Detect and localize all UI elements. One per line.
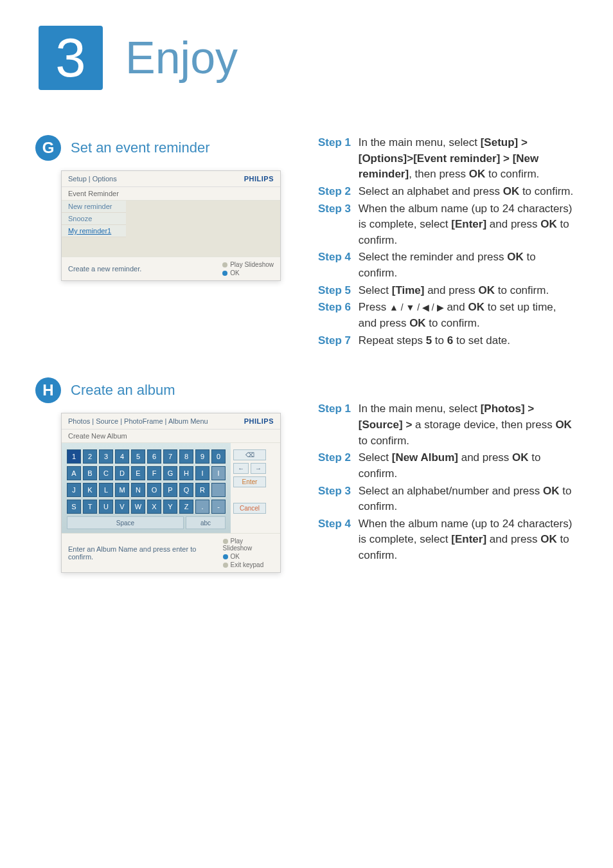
- device-g-bottom: Create a new reminder. Play Slideshow OK: [62, 257, 280, 280]
- chapter-number: 3: [55, 26, 85, 89]
- section-h-title: Create an album: [71, 382, 175, 399]
- section-g-header: G Set an event reminder: [35, 135, 292, 161]
- step-h-3: Step 3 Select an alphabet/number and pre…: [318, 484, 578, 515]
- key: 2: [83, 449, 97, 464]
- device-h-action-exit: Exit keypad: [223, 561, 274, 568]
- step-text: In the main menu, select [Setup] > [Opti…: [359, 135, 577, 183]
- step-g-7: Step 7 Repeat steps 5 to 6 to set date.: [318, 333, 578, 349]
- key: W: [131, 500, 145, 514]
- key: I: [211, 466, 226, 480]
- step-text: When the album name (up to 24 characters…: [359, 201, 577, 249]
- step-g-4: Step 4 Select the reminder and press OK …: [318, 249, 578, 281]
- key: M: [115, 483, 129, 497]
- step-h-1: Step 1 In the main menu, select [Photos]…: [318, 401, 578, 449]
- arrow-icons: ▲ / ▼ / ◀ / ▶: [389, 302, 444, 312]
- device-h-breadcrumb: Photos | Source | PhotoFrame | Album Men…: [68, 417, 208, 425]
- device-g-menu-item-selected: My reminder1: [62, 225, 126, 237]
- key: Z: [179, 500, 193, 514]
- key: B: [83, 466, 97, 480]
- kb-row-3: J K L M N O P Q R: [67, 483, 226, 497]
- key: C: [99, 466, 113, 480]
- key: R: [195, 483, 209, 497]
- kb-row-1: 1 2 3 4 5 6 7 8 9 0: [67, 449, 226, 464]
- section-g-title: Set an event reminder: [71, 140, 209, 156]
- key: A: [67, 466, 81, 480]
- key: I: [195, 466, 209, 480]
- step-label: Step 3: [318, 484, 355, 500]
- device-screenshot-h: Photos | Source | PhotoFrame | Album Men…: [61, 413, 281, 573]
- step-text: In the main menu, select [Photos] > [Sou…: [359, 401, 577, 449]
- device-g-topbar: Setup | Options PHILIPS: [62, 171, 280, 187]
- chapter-header: 3 Enjoy: [0, 0, 613, 96]
- device-g-actions: Play Slideshow OK: [222, 261, 274, 276]
- kb-row-bottom: Space abc: [67, 516, 226, 529]
- device-g-action-ok: OK: [222, 269, 274, 276]
- right-column: Step 1 In the main menu, select [Setup] …: [318, 135, 578, 573]
- key: G: [163, 466, 177, 480]
- device-g-menu-item: New reminder: [62, 201, 126, 213]
- step-h-2: Step 2 Select [New Album] and press OK t…: [318, 450, 578, 482]
- back-key: ⌫: [233, 449, 266, 460]
- key: 7: [163, 449, 177, 464]
- key: X: [147, 500, 161, 514]
- device-g-hint: Create a new reminder.: [68, 265, 141, 273]
- key: L: [99, 483, 113, 497]
- abc-key: abc: [186, 516, 226, 529]
- key: Y: [163, 500, 177, 514]
- key: N: [131, 483, 145, 497]
- step-label: Step 7: [318, 333, 355, 349]
- step-label: Step 1: [318, 135, 355, 151]
- device-h-bottom: Enter an Album Name and press enter to c…: [62, 533, 280, 572]
- key: 8: [179, 449, 193, 464]
- step-g-1: Step 1 In the main menu, select [Setup] …: [318, 135, 578, 183]
- key: O: [147, 483, 161, 497]
- key: F: [147, 466, 161, 480]
- key: H: [179, 466, 193, 480]
- step-g-6: Step 6 Press ▲ / ▼ / ◀ / ▶ and OK to set…: [318, 300, 578, 331]
- left-column: G Set an event reminder Setup | Options …: [35, 135, 292, 573]
- step-label: Step 3: [318, 201, 355, 217]
- key: 4: [115, 449, 129, 464]
- key: [211, 483, 226, 497]
- step-text: Select an alphabet/number and press OK t…: [359, 484, 577, 515]
- device-h-action-play: Play Slideshow: [223, 538, 274, 552]
- step-label: Step 4: [318, 516, 355, 532]
- key: Q: [179, 483, 193, 497]
- step-label: Step 5: [318, 283, 355, 299]
- key: S: [67, 500, 81, 514]
- key: K: [83, 483, 97, 497]
- key: 9: [195, 449, 209, 464]
- step-label: Step 4: [318, 249, 355, 266]
- device-h-subbar: Create New Album: [62, 429, 280, 443]
- kb-row-2: A B C D E F G H I I: [67, 466, 226, 480]
- step-text: Select [Time] and press OK to confirm.: [359, 283, 577, 299]
- content-columns: G Set an event reminder Setup | Options …: [0, 96, 613, 573]
- step-text: Select [New Album] and press OK to confi…: [359, 450, 577, 482]
- section-g-letter: G: [35, 135, 61, 161]
- section-h-letter: H: [35, 377, 61, 403]
- device-h-keyboard: 1 2 3 4 5 6 7 8 9 0 A: [62, 443, 231, 533]
- key: V: [115, 500, 129, 514]
- step-label: Step 2: [318, 450, 355, 466]
- key: 0: [211, 449, 226, 464]
- device-h-side: ⌫ ← → Enter Cancel: [233, 443, 271, 533]
- key: 5: [131, 449, 145, 464]
- step-g-3: Step 3 When the album name (up to 24 cha…: [318, 201, 578, 249]
- device-g-menu: New reminder Snooze My reminder1: [62, 201, 280, 257]
- device-h-hint: Enter an Album Name and press enter to c…: [68, 545, 223, 561]
- step-label: Step 1: [318, 401, 355, 417]
- key: 1: [67, 449, 81, 464]
- step-text: Select the reminder and press OK to conf…: [359, 249, 577, 281]
- key: J: [67, 483, 81, 497]
- step-text: Select an alphabet and press OK to confi…: [359, 184, 577, 200]
- key: E: [131, 466, 145, 480]
- step-text: Repeat steps 5 to 6 to set date.: [359, 333, 577, 349]
- key: D: [115, 466, 129, 480]
- right-arrow-key: →: [251, 463, 266, 474]
- section-h-header: H Create an album: [35, 377, 292, 403]
- chapter-title: Enjoy: [125, 32, 238, 84]
- device-g-breadcrumb: Setup | Options: [68, 175, 117, 183]
- left-arrow-key: ←: [233, 463, 249, 474]
- device-g-menu-item: Snooze: [62, 213, 126, 225]
- key: T: [83, 500, 97, 514]
